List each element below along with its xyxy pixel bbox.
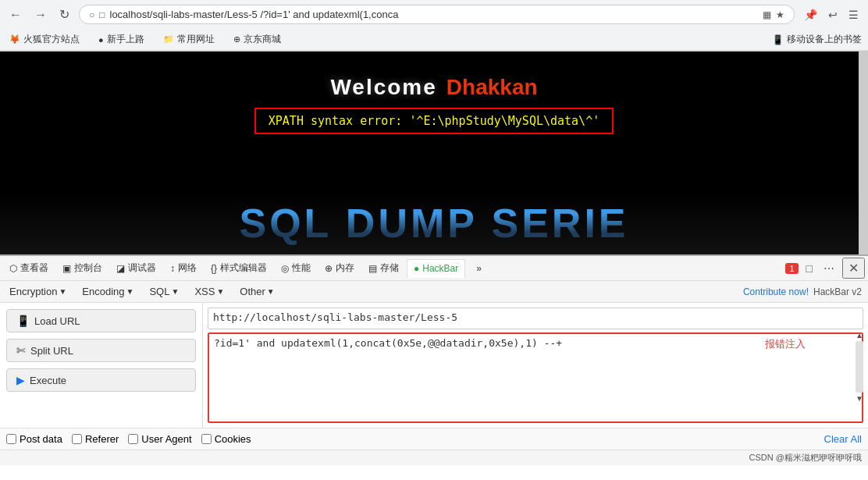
close-devtools-button[interactable]: ✕ [842,258,865,279]
encryption-label: Encryption [9,286,57,297]
undo-button[interactable]: ↩ [825,7,841,23]
hackbar-menu: Encryption ▼ Encoding ▼ SQL ▼ XSS ▼ Othe… [0,281,868,303]
tab-performance[interactable]: ◎ 性能 [275,258,317,278]
xpath-error-box: XPATH syntax error: '^E:\phpStudy\MySQL\… [254,108,614,134]
tab-inspector[interactable]: ⬡ 查看器 [3,258,55,278]
grid-icon: ▦ [763,9,771,20]
load-url-button[interactable]: 📱 Load URL [6,309,196,332]
bookmark-foxsite[interactable]: 🦊 火狐官方站点 [6,31,83,48]
menu-sql[interactable]: SQL ▼ [146,284,182,299]
folder-icon: 📁 [163,34,174,44]
bookmark-beginner-label: 新手上路 [107,33,144,46]
devtools-tabs: ⬡ 查看器 ▣ 控制台 ◪ 调试器 ↕ 网络 {} 样式编辑器 ◎ 性能 ⊕ 内… [0,256,868,281]
menu-encryption[interactable]: Encryption ▼ [6,284,69,299]
bookmark-common-urls-label: 常用网址 [177,33,215,46]
main-scrollbar[interactable] [859,52,868,254]
post-data-label: Post data [20,433,62,445]
post-data-input[interactable] [6,434,16,444]
sql-dump-banner: SQL DUMP SERIE [0,192,868,254]
split-icon: ✄ [16,344,26,357]
split-url-label: Split URL [30,345,73,357]
error-badge: 1 [785,263,798,274]
tab-storage-label: 存储 [380,261,399,275]
devtools-right-controls: 1 □ ⋯ ✕ [782,258,865,279]
copy-devtools-button[interactable]: □ [803,261,816,276]
url-main-input[interactable] [208,308,863,329]
dots-menu-button[interactable]: ⋯ [820,261,838,276]
bookmarks-bar: 🦊 火狐官方站点 ● 新手上路 📁 常用网址 ⊕ 京东商城 📱 移动设备上的书签 [0,29,868,51]
menu-button[interactable]: ☰ [845,7,862,23]
storage-icon: ▤ [368,263,377,274]
credit-text: CSDN @糯米滋粑咿呀咿呀哦 [749,452,862,464]
scroll-down-arrow[interactable]: ▼ [856,394,863,403]
scroll-up-arrow[interactable]: ▲ [856,331,863,340]
scroll-track[interactable] [856,341,863,393]
menu-other[interactable]: Other ▼ [237,284,277,299]
hackbar-left-panel: 📱 Load URL ✄ Split URL ▶ Execute [0,303,203,428]
xpath-error-text: XPATH syntax error: '^E:\phpStudy\MySQL\… [269,114,599,128]
hackbar-dot-icon: ● [414,263,419,274]
main-content: Welcome Dhakkan XPATH syntax error: '^E:… [0,52,868,254]
memory-icon: ⊕ [325,263,333,274]
back-button[interactable]: ← [6,6,25,23]
forward-button[interactable]: → [31,6,50,23]
encryption-arrow: ▼ [59,287,66,296]
perf-icon: ◎ [281,263,289,274]
sql-label: SQL [149,286,169,297]
cookies-checkbox[interactable]: Cookies [201,433,251,445]
mobile-bookmarks[interactable]: 📱 移动设备上的书签 [772,33,862,46]
other-label: Other [240,286,265,297]
tab-network[interactable]: ↕ 网络 [164,258,203,278]
browser-toolbar: ← → ↻ ○ □ localhost/sqli-labs-master/Les… [0,0,868,29]
devtools-panel: ⬡ 查看器 ▣ 控制台 ◪ 调试器 ↕ 网络 {} 样式编辑器 ◎ 性能 ⊕ 内… [0,254,868,450]
bookmark-beginner[interactable]: ● 新手上路 [95,31,148,48]
menu-xss[interactable]: XSS ▼ [191,284,227,299]
menu-encoding[interactable]: Encoding ▼ [79,284,137,299]
tab-memory-label: 内存 [336,261,354,275]
bottom-bar: CSDN @糯米滋粑咿呀咿呀哦 [0,450,868,465]
referer-input[interactable] [72,434,82,444]
encoding-label: Encoding [82,286,124,297]
hackbar-version: HackBar v2 [813,286,862,297]
tab-network-label: 网络 [178,261,197,275]
tab-inspector-label: 查看器 [20,261,48,275]
split-url-button[interactable]: ✄ Split URL [6,339,196,362]
tab-console[interactable]: ▣ 控制台 [56,258,108,278]
star-icon: ★ [776,9,784,20]
pin-button[interactable]: 📌 [801,7,820,23]
tab-debugger-label: 调试器 [128,261,156,275]
tab-style-editor[interactable]: {} 样式编辑器 [205,258,273,278]
tab-memory[interactable]: ⊕ 内存 [318,258,361,278]
tab-storage[interactable]: ▤ 存储 [362,258,405,278]
bookmark-jd[interactable]: ⊕ 京东商城 [230,31,284,48]
other-arrow: ▼ [267,287,275,296]
referer-checkbox[interactable]: Referer [72,433,119,445]
sql-dump-text: SQL DUMP SERIE [239,200,628,247]
clear-all-button[interactable]: Clear All [824,433,862,445]
user-agent-input[interactable] [128,434,138,444]
sql-arrow: ▼ [171,287,179,296]
cookies-input[interactable] [201,434,212,444]
style-icon: {} [211,263,217,274]
tab-debugger[interactable]: ◪ 调试器 [110,258,162,278]
bookmark-common-urls[interactable]: 📁 常用网址 [160,31,218,48]
address-bar[interactable]: ○ □ localhost/sqli-labs-master/Less-5 /?… [79,5,795,24]
network-icon: ↕ [170,263,175,274]
toolbar-icons: 📌 ↩ ☰ [801,7,862,23]
user-agent-checkbox[interactable]: User Agent [128,433,191,445]
contribute-link[interactable]: Contribute now! [743,286,809,297]
tab-performance-label: 性能 [292,261,311,275]
post-data-checkbox[interactable]: Post data [6,433,62,445]
mobile-bookmarks-label: 移动设备上的书签 [787,33,862,46]
shield-icon: ○ [89,9,94,20]
hackbar-footer: Post data Referer User Agent Cookies Cle… [0,428,868,450]
tab-hackbar-label: HackBar [422,263,458,274]
fox-icon: 🦊 [9,34,20,44]
execute-button[interactable]: ▶ Execute [6,368,196,392]
reload-button[interactable]: ↻ [56,5,73,23]
input-scrollbar[interactable]: ▲ ▼ [856,331,863,403]
tab-more[interactable]: » [470,260,488,277]
welcome-section: Welcome Dhakkan XPATH syntax error: '^E:… [0,52,868,134]
url-query-input[interactable] [208,332,863,423]
tab-hackbar[interactable]: ● HackBar [407,259,465,278]
